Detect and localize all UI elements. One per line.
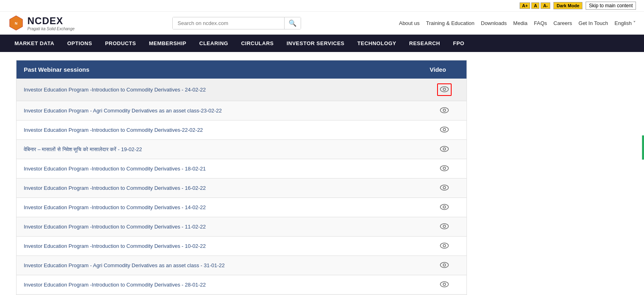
nav-investor-services[interactable]: INVESTOR SERVICES — [280, 35, 351, 52]
logo-name: NCDEX — [27, 15, 74, 27]
logo-text-area: NCDEX Pragati ka Solid Exchange — [27, 15, 74, 31]
video-cell — [423, 217, 467, 237]
media-link[interactable]: Media — [513, 20, 527, 26]
session-name-cell: Investor Education Program -Introduction… — [17, 179, 423, 198]
dark-mode-button[interactable]: Dark Mode — [553, 2, 582, 9]
downloads-link[interactable]: Downloads — [481, 20, 507, 26]
video-cell — [423, 198, 467, 217]
session-name-cell: Investor Education Program - Agri Commod… — [17, 256, 423, 275]
font-decrease-button[interactable]: A- — [541, 2, 550, 9]
logo-tagline: Pragati ka Solid Exchange — [27, 27, 74, 31]
search-area: 🔍 — [83, 17, 391, 29]
logo-area: N NCDEX Pragati ka Solid Exchange — [8, 15, 74, 31]
svg-point-8 — [443, 129, 446, 131]
font-normal-button[interactable]: A — [531, 2, 539, 9]
font-increase-button[interactable]: A+ — [520, 2, 530, 9]
video-cell — [423, 159, 467, 179]
svg-point-13 — [440, 185, 448, 190]
nav-options[interactable]: OPTIONS — [61, 35, 99, 52]
get-in-touch-link[interactable]: Get In Touch — [578, 20, 608, 26]
svg-point-7 — [440, 127, 448, 132]
table-row: Investor Education Program -Introduction… — [17, 275, 467, 295]
table-row: Investor Education Program -Introduction… — [17, 217, 467, 237]
column-video-header: Video — [423, 60, 467, 79]
logo-icon: N — [8, 15, 24, 31]
video-cell — [423, 140, 467, 159]
search-button[interactable]: 🔍 — [284, 17, 301, 29]
svg-point-23 — [440, 282, 448, 287]
svg-point-12 — [443, 167, 446, 170]
video-cell — [423, 179, 467, 198]
table-row: Investor Education Program - Agri Commod… — [17, 256, 467, 275]
table-row: Investor Education Program - Agri Commod… — [17, 101, 467, 120]
search-box: 🔍 — [172, 17, 301, 29]
view-video-button[interactable] — [440, 241, 449, 251]
nav-circulars[interactable]: CIRCULARS — [235, 35, 280, 52]
training-education-link[interactable]: Training & Education — [426, 20, 475, 26]
session-name-cell: Investor Education Program -Introduction… — [17, 237, 423, 256]
careers-link[interactable]: Careers — [553, 20, 572, 26]
site-header: N NCDEX Pragati ka Solid Exchange 🔍 Abou… — [0, 12, 644, 35]
video-cell — [423, 79, 467, 101]
faqs-link[interactable]: FAQs — [534, 20, 547, 26]
view-video-button[interactable] — [440, 145, 449, 154]
table-row: Investor Education Program -Introduction… — [17, 237, 467, 256]
nav-clearing[interactable]: CLEARING — [193, 35, 235, 52]
svg-point-17 — [440, 224, 448, 229]
session-name-cell: Investor Education Program -Introduction… — [17, 275, 423, 295]
svg-point-22 — [443, 264, 446, 266]
svg-point-20 — [443, 245, 446, 247]
video-cell — [423, 256, 467, 275]
language-selector[interactable]: English ˅ — [615, 20, 636, 26]
session-name-cell: Investor Education Program -Introduction… — [17, 198, 423, 217]
svg-point-5 — [440, 108, 448, 113]
svg-point-9 — [440, 146, 448, 152]
nav-products[interactable]: PRODUCTS — [99, 35, 142, 52]
view-video-button[interactable] — [440, 222, 449, 231]
video-cell — [423, 120, 467, 140]
view-video-button[interactable] — [440, 261, 449, 270]
view-video-button[interactable] — [440, 106, 449, 115]
view-video-button[interactable] — [440, 203, 449, 212]
session-name-cell: Investor Education Program -Introduction… — [17, 159, 423, 179]
skip-to-main-link[interactable]: Skip to main content — [586, 2, 636, 10]
svg-point-14 — [443, 187, 446, 189]
svg-point-19 — [440, 243, 448, 248]
table-row: Investor Education Program -Introduction… — [17, 179, 467, 198]
nav-fpo[interactable]: FPO — [447, 35, 471, 52]
table-row: Investor Education Program -Introduction… — [17, 79, 467, 101]
table-row: वेबिनार – मासालों से निवेश सूचि को मासाल… — [17, 140, 467, 159]
search-input[interactable] — [173, 17, 284, 29]
svg-point-24 — [443, 283, 446, 286]
nav-market-data[interactable]: MARKET DATA — [8, 35, 61, 52]
svg-text:N: N — [15, 21, 18, 25]
scroll-indicator — [642, 135, 644, 160]
view-video-button[interactable] — [440, 280, 449, 289]
main-content: Past Webinar sessions Video Investor Edu… — [0, 52, 483, 295]
svg-point-21 — [440, 262, 448, 268]
session-name-cell: Investor Education Program -Introduction… — [17, 217, 423, 237]
table-row: Investor Education Program -Introduction… — [17, 120, 467, 140]
webinar-sessions-table: Past Webinar sessions Video Investor Edu… — [16, 60, 467, 295]
svg-point-16 — [443, 206, 446, 208]
svg-point-3 — [440, 87, 448, 92]
video-cell — [423, 275, 467, 295]
header-nav: About us Training & Education Downloads … — [399, 20, 636, 26]
view-video-button[interactable] — [440, 164, 449, 173]
about-us-link[interactable]: About us — [399, 20, 419, 26]
svg-point-15 — [440, 204, 448, 210]
svg-point-4 — [443, 88, 446, 91]
view-video-button[interactable] — [437, 83, 452, 96]
top-utility-bar: A+ A A- Dark Mode Skip to main content — [0, 0, 644, 12]
nav-membership[interactable]: MEMBERSHIP — [142, 35, 193, 52]
table-header: Past Webinar sessions Video — [17, 60, 467, 79]
view-video-button[interactable] — [440, 183, 449, 193]
column-session-header: Past Webinar sessions — [17, 60, 423, 79]
nav-research[interactable]: RESEARCH — [403, 35, 447, 52]
video-cell — [423, 101, 467, 120]
view-video-button[interactable] — [440, 125, 449, 135]
nav-technology[interactable]: TECHNOLOGY — [351, 35, 403, 52]
font-size-controls: A+ A A- — [520, 2, 550, 9]
session-name-cell: Investor Education Program -Introduction… — [17, 120, 423, 140]
table-body: Investor Education Program -Introduction… — [17, 79, 467, 295]
